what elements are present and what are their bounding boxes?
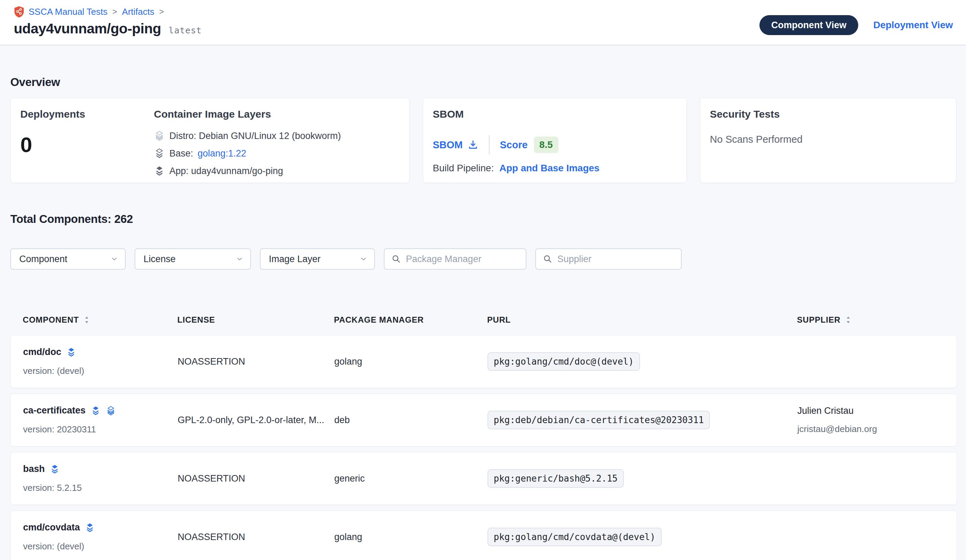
package-manager-search-input[interactable] (406, 254, 528, 265)
license-cell: GPL-2.0-only, GPL-2.0-or-later, M... (177, 415, 334, 426)
security-tests-status: No Scans Performed (710, 134, 946, 145)
component-name[interactable]: ca-certificates (23, 405, 86, 416)
sbom-score-label: Score (500, 139, 528, 151)
security-tests-label: Security Tests (710, 108, 946, 120)
component-name[interactable]: cmd/covdata (23, 522, 80, 533)
filter-bar: Component License Image Layer (10, 248, 957, 270)
build-pipeline-link[interactable]: App and Base Images (499, 163, 600, 174)
license-cell: NOASSERTION (177, 532, 334, 542)
component-filter-label: Component (19, 254, 67, 265)
column-header-package-manager: PACKAGE MANAGER (334, 315, 487, 325)
table-row[interactable]: cmd/doc version: (devel) NOASSERTION gol… (10, 335, 957, 388)
component-version: version: (devel) (23, 541, 177, 552)
shield-network-icon (14, 6, 25, 18)
container-image-layers-label: Container Image Layers (154, 108, 400, 120)
component-version: version: 5.2.15 (23, 483, 177, 493)
layers-filled-blue-icon (90, 406, 101, 416)
table-row[interactable]: bash version: 5.2.15 NOASSERTION generic… (10, 452, 957, 505)
components-table: COMPONENT LICENSE PACKAGE MANAGER PURL S… (10, 315, 957, 560)
license-cell: NOASSERTION (177, 473, 334, 484)
image-layer-filter-dropdown[interactable]: Image Layer (260, 248, 375, 270)
sbom-score-badge: 8.5 (534, 137, 559, 153)
layers-outline-blue-icon (106, 406, 116, 416)
component-view-button[interactable]: Component View (759, 15, 858, 35)
supplier-search-input[interactable] (557, 254, 679, 265)
total-components-heading: Total Components: 262 (10, 213, 957, 226)
breadcrumb-project-link[interactable]: SSCA Manual Tests (29, 7, 107, 17)
search-icon (543, 254, 552, 264)
column-header-license: LICENSE (177, 315, 334, 325)
supplier-email: jcristau@debian.org (797, 424, 957, 434)
security-tests-card: Security Tests No Scans Performed (700, 98, 956, 183)
page-title: uday4vunnam/go-ping (14, 21, 161, 37)
layers-filled-icon (154, 165, 165, 177)
license-filter-dropdown[interactable]: License (135, 248, 251, 270)
sort-icon[interactable] (83, 315, 90, 324)
purl-badge: pkg:generic/bash@5.2.15 (488, 469, 624, 488)
layers-filled-blue-icon (85, 522, 95, 533)
license-cell: NOASSERTION (177, 356, 334, 367)
package-manager-searchbox (384, 248, 526, 270)
overview-cards: Deployments 0 Container Image Layers (10, 98, 957, 183)
chevron-down-icon (110, 255, 118, 263)
column-header-supplier[interactable]: SUPPLIER (797, 315, 957, 325)
main-content: Overview Deployments 0 Container Image L… (0, 46, 966, 560)
image-layer-filter-label: Image Layer (269, 254, 320, 265)
component-version: version: 20230311 (23, 424, 177, 435)
distro-layer-line: Distro: Debian GNU/Linux 12 (bookworm) (154, 130, 400, 141)
app-layer-line: App: uday4vunnam/go-ping (154, 165, 400, 177)
base-prefix: Base: (169, 148, 193, 159)
layers-filled-blue-icon (49, 464, 60, 474)
breadcrumb-artifacts-link[interactable]: Artifacts (122, 7, 154, 17)
distro-text: Distro: Debian GNU/Linux 12 (bookworm) (169, 131, 341, 141)
package-manager-cell: golang (334, 532, 488, 542)
component-name[interactable]: bash (23, 464, 45, 474)
deployment-view-link[interactable]: Deployment View (873, 20, 953, 31)
package-manager-cell: generic (334, 473, 488, 484)
layers-half-icon (154, 148, 165, 159)
sbom-label: SBOM (433, 108, 677, 120)
build-pipeline-label: Build Pipeline: (433, 163, 494, 174)
license-filter-label: License (143, 254, 176, 265)
sbom-card: SBOM SBOM Score 8.5 Build (423, 98, 687, 183)
chevron-down-icon (360, 255, 367, 263)
breadcrumb-separator: > (158, 7, 164, 16)
deployments-count: 0 (20, 133, 154, 157)
app-text: App: uday4vunnam/go-ping (169, 166, 283, 177)
layers-outline-icon (154, 130, 165, 141)
purl-badge: pkg:deb/debian/ca-certificates@20230311 (488, 411, 710, 429)
download-icon (468, 139, 478, 150)
top-bar: SSCA Manual Tests > Artifacts > uday4vun… (0, 0, 966, 46)
search-icon (391, 254, 401, 264)
deployments-layers-card: Deployments 0 Container Image Layers (10, 98, 410, 183)
breadcrumb-separator: > (112, 7, 118, 16)
package-manager-cell: deb (334, 415, 488, 426)
supplier-searchbox (536, 248, 682, 270)
sort-icon[interactable] (844, 315, 852, 324)
sbom-download-link[interactable]: SBOM (433, 139, 478, 151)
purl-badge: pkg:golang/cmd/doc@(devel) (488, 352, 640, 371)
component-name[interactable]: cmd/doc (23, 347, 61, 357)
component-version: version: (devel) (23, 366, 177, 376)
divider (489, 135, 490, 154)
layers-filled-blue-icon (66, 347, 76, 357)
supplier-cell: Julien Cristau jcristau@debian.org (797, 406, 957, 434)
supplier-name: Julien Cristau (797, 406, 957, 416)
table-row[interactable]: ca-certificates version: 20230311 GPL-2.… (10, 393, 957, 447)
component-filter-dropdown[interactable]: Component (10, 248, 126, 270)
table-header-row: COMPONENT LICENSE PACKAGE MANAGER PURL S… (10, 315, 957, 325)
table-row[interactable]: cmd/covdata version: (devel) NOASSERTION… (10, 511, 957, 560)
base-image-link[interactable]: golang:1.22 (197, 148, 246, 159)
version-tag: latest (169, 25, 202, 35)
base-layer-line: Base: golang:1.22 (154, 148, 400, 159)
column-header-component[interactable]: COMPONENT (23, 315, 177, 325)
sbom-download-label: SBOM (433, 139, 463, 151)
overview-heading: Overview (10, 76, 957, 89)
package-manager-cell: golang (334, 356, 488, 367)
purl-badge: pkg:golang/cmd/covdata@(devel) (488, 528, 662, 546)
chevron-down-icon (236, 255, 243, 263)
deployments-label: Deployments (20, 108, 154, 120)
column-header-purl: PURL (487, 315, 797, 325)
